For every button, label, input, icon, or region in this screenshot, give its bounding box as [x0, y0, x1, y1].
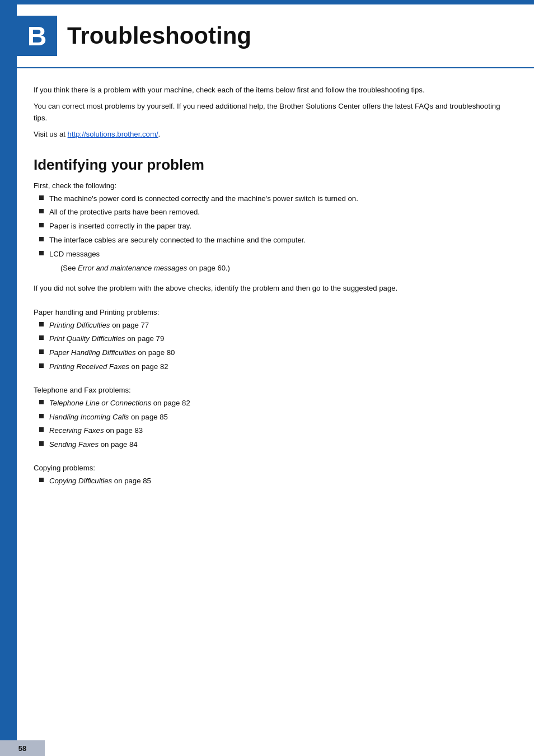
copy-item-1: Copying Difficulties on page 85: [49, 475, 151, 487]
tel-item-1: Telephone Line or Connections on page 82: [49, 398, 190, 409]
list-item: Print Quality Difficulties on page 79: [39, 333, 500, 344]
bullet-icon: [39, 349, 44, 354]
chapter-letter-box: B: [17, 16, 57, 56]
list-item: Copying Difficulties on page 85: [39, 475, 500, 487]
paper-item-3: Paper Handling Difficulties on page 80: [49, 347, 175, 358]
page-number-strip: 58: [0, 740, 45, 756]
tel-item-4: Sending Faxes on page 84: [49, 439, 138, 450]
bullet-icon: [39, 195, 44, 200]
checklist-item-4: The interface cables are securely connec…: [49, 235, 306, 246]
bullet-icon: [39, 363, 44, 368]
checklist-item-3: Paper is inserted correctly in the paper…: [49, 221, 191, 232]
chapter-letter: B: [27, 21, 47, 52]
paper-item-1: Printing Difficulties on page 77: [49, 320, 149, 331]
main-content: If you think there is a problem with you…: [34, 68, 500, 487]
telephone-fax-label: Telephone and Fax problems:: [34, 386, 500, 394]
paper-item-4: Printing Received Faxes on page 82: [49, 361, 168, 372]
lcd-sub-italic: Error and maintenance messages: [78, 264, 187, 272]
tel-item-3: Receiving Faxes on page 83: [49, 425, 143, 436]
lcd-sub-note: (See Error and maintenance messages on p…: [60, 264, 500, 272]
copying-label: Copying problems:: [34, 464, 500, 472]
intro-para-1: If you think there is a problem with you…: [34, 84, 500, 96]
list-item: Receiving Faxes on page 83: [39, 425, 500, 436]
list-item: Paper is inserted correctly in the paper…: [39, 221, 500, 232]
checklist: The machine's power cord is connected co…: [39, 193, 500, 260]
intro-para-3-suffix: .: [158, 130, 161, 138]
tel-item-2: Handling Incoming Calls on page 85: [49, 412, 168, 423]
list-item: Printing Received Faxes on page 82: [39, 361, 500, 372]
chapter-header: B Troubleshooting: [17, 0, 534, 68]
bullet-icon: [39, 251, 44, 255]
bullet-icon: [39, 478, 44, 482]
intro-para-3-prefix: Visit us at: [34, 130, 68, 138]
first-check-label: First, check the following:: [34, 181, 500, 190]
after-checks-para: If you did not solve the problem with th…: [34, 282, 500, 294]
paper-printing-section: Paper handling and Printing problems: Pr…: [34, 308, 500, 372]
telephone-fax-list: Telephone Line or Connections on page 82…: [39, 398, 500, 450]
checklist-item-1: The machine's power cord is connected co…: [49, 193, 358, 204]
list-item: The interface cables are securely connec…: [39, 235, 500, 246]
list-item: Sending Faxes on page 84: [39, 439, 500, 450]
paper-item-2: Print Quality Difficulties on page 79: [49, 333, 164, 344]
bullet-icon: [39, 237, 44, 241]
bullet-icon: [39, 322, 44, 326]
list-item: Telephone Line or Connections on page 82: [39, 398, 500, 409]
list-item: LCD messages: [39, 249, 500, 260]
intro-para-2: You can correct most problems by yoursel…: [34, 100, 500, 124]
paper-printing-list: Printing Difficulties on page 77 Print Q…: [39, 320, 500, 372]
list-item: Handling Incoming Calls on page 85: [39, 412, 500, 423]
bullet-icon: [39, 209, 44, 213]
bullet-icon: [39, 335, 44, 340]
brother-solutions-link[interactable]: http://solutions.brother.com/: [68, 130, 158, 138]
list-item: Paper Handling Difficulties on page 80: [39, 347, 500, 358]
list-item: The machine's power cord is connected co…: [39, 193, 500, 204]
bullet-icon: [39, 427, 44, 432]
copying-list: Copying Difficulties on page 85: [39, 475, 500, 487]
page-number: 58: [18, 744, 26, 753]
checklist-item-5: LCD messages: [49, 249, 100, 260]
telephone-fax-section: Telephone and Fax problems: Telephone Li…: [34, 386, 500, 450]
copying-section: Copying problems: Copying Difficulties o…: [34, 464, 500, 487]
bullet-icon: [39, 400, 44, 404]
bullet-icon: [39, 441, 44, 446]
intro-para-3: Visit us at http://solutions.brother.com…: [34, 128, 500, 140]
chapter-title: Troubleshooting: [67, 22, 251, 49]
identifying-heading: Identifying your problem: [34, 156, 500, 174]
bullet-icon: [39, 223, 44, 227]
list-item: Printing Difficulties on page 77: [39, 320, 500, 331]
checklist-item-2: All of the protective parts have been re…: [49, 207, 200, 218]
paper-printing-label: Paper handling and Printing problems:: [34, 308, 500, 316]
left-accent-bar: [0, 0, 17, 756]
bullet-icon: [39, 414, 44, 418]
list-item: All of the protective parts have been re…: [39, 207, 500, 218]
